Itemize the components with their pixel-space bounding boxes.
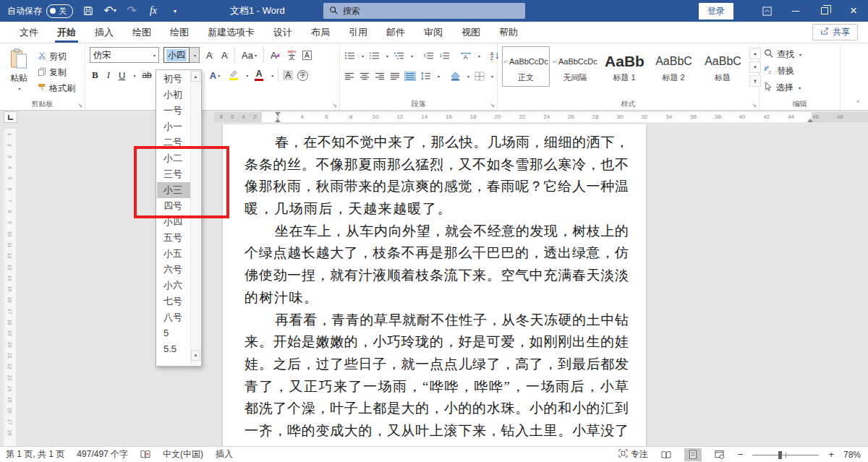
font-size-option[interactable]: 小一 [157, 119, 190, 134]
search-input[interactable] [343, 6, 502, 16]
search-box[interactable] [323, 3, 525, 19]
replace-button[interactable]: bc 替换 [764, 64, 835, 77]
increase-indent-button[interactable] [439, 51, 450, 60]
align-right-button[interactable] [375, 72, 385, 80]
find-caret-icon[interactable]: ▾ [799, 52, 801, 57]
login-button[interactable]: 登录 [699, 3, 733, 20]
close-button[interactable]: × [839, 0, 868, 22]
undo-button[interactable]: ↶▾ [103, 4, 116, 18]
save-icon[interactable] [82, 4, 95, 18]
font-size-option[interactable]: 小初 [157, 87, 190, 103]
first-line-indent-marker[interactable] [275, 112, 281, 116]
shrink-font-button[interactable]: Aˇ [219, 50, 230, 61]
ribbon-tab[interactable]: 绘图 [161, 22, 198, 43]
ribbon-tab[interactable]: 邮件 [377, 22, 414, 43]
insert-function-icon[interactable]: fx [147, 4, 160, 18]
grow-font-button[interactable]: Aˆ [204, 50, 215, 61]
font-size-option[interactable]: 八号 [157, 309, 190, 325]
ribbon-tab[interactable]: 布局 [302, 22, 339, 43]
align-center-button[interactable] [359, 72, 370, 80]
paste-button[interactable]: 粘贴 ▾ [4, 47, 33, 98]
shading-caret-icon[interactable]: ▾ [467, 74, 469, 79]
character-shading-button[interactable]: A [283, 70, 293, 80]
select-caret-icon[interactable]: ▾ [799, 85, 801, 90]
share-button[interactable]: 共享 [812, 24, 858, 40]
ribbon-tab[interactable]: 设计 [264, 22, 302, 43]
language-indicator[interactable]: 中文(中国) [163, 448, 203, 461]
character-border-button[interactable]: A [302, 51, 312, 60]
ribbon-tab[interactable]: 审阅 [414, 22, 452, 43]
zoom-thumb[interactable] [778, 451, 782, 459]
autosave-toggle[interactable]: 自动保存 关 [7, 4, 73, 18]
scroll-down-icon[interactable]: ▼ [191, 350, 200, 361]
restore-button[interactable] [810, 0, 839, 22]
font-size-option[interactable]: 初号 [157, 71, 190, 87]
select-button[interactable]: 选择 ▾ [764, 81, 835, 94]
italic-button[interactable]: I [105, 69, 112, 81]
change-case-button[interactable]: Aa▾ [239, 50, 259, 61]
decrease-indent-button[interactable] [423, 51, 434, 60]
line-spacing-button[interactable] [420, 72, 431, 80]
hanging-indent-marker[interactable] [275, 119, 281, 122]
font-family-combo[interactable]: 仿宋 ▾ [90, 47, 159, 63]
strikethrough-button[interactable]: ab [140, 70, 153, 80]
font-size-option[interactable]: 六号 [157, 262, 190, 278]
customize-toolbar-caret-icon[interactable]: ▾ [169, 4, 182, 18]
right-indent-marker[interactable] [807, 119, 813, 122]
borders-caret-icon[interactable]: ▾ [491, 74, 493, 79]
bullets-button[interactable] [344, 51, 355, 60]
borders-button[interactable] [475, 72, 485, 81]
styles-dialog-launcher-icon[interactable]: ↘ [752, 102, 757, 108]
page-indicator[interactable]: 第 1 页, 共 1 页 [6, 448, 64, 461]
focus-mode-button[interactable]: 专注 [618, 448, 648, 461]
ribbon-tab[interactable]: 开始 [48, 22, 85, 43]
redo-button[interactable]: ↷ [125, 4, 138, 18]
font-size-option[interactable]: 小五 [157, 246, 190, 262]
autosave-switch[interactable]: 关 [46, 4, 73, 18]
style-card[interactable]: ↵AaBbCcDc 无间隔 [551, 46, 599, 87]
asian-layout-button[interactable]: A [460, 51, 472, 60]
zoom-percent[interactable]: 78% [843, 450, 861, 460]
font-dialog-launcher-icon[interactable]: ↘ [332, 102, 337, 108]
font-size-option[interactable]: 小六 [157, 278, 190, 294]
text-effects-button[interactable]: A▾ [208, 70, 222, 81]
clear-formatting-button[interactable]: A◢ [268, 50, 281, 61]
insert-mode-indicator[interactable]: 插入 [216, 448, 233, 461]
ribbon-display-options-icon[interactable] [752, 0, 781, 22]
distribute-button[interactable] [405, 72, 415, 80]
read-mode-button[interactable] [658, 448, 675, 461]
font-size-option[interactable]: 七号 [157, 294, 190, 309]
font-size-option[interactable]: 一号 [157, 103, 190, 119]
word-count[interactable]: 497/497 个字 [77, 448, 128, 461]
proofing-icon[interactable] [140, 450, 150, 459]
multilevel-list-button[interactable] [393, 51, 404, 60]
enclose-characters-button[interactable]: 字 [297, 70, 308, 81]
collapse-ribbon-icon[interactable]: ⌃ [855, 100, 861, 107]
ribbon-tab[interactable]: 新建选项卡 [198, 22, 264, 43]
font-color-caret-icon[interactable]: ▾ [271, 73, 273, 78]
multilevel-caret-icon[interactable]: ▾ [411, 54, 413, 59]
paste-caret-icon[interactable]: ▾ [18, 86, 20, 91]
cut-button[interactable]: 剪切 [38, 50, 75, 63]
style-card[interactable]: AaBb 标题 1 [600, 46, 648, 87]
print-layout-button[interactable] [684, 448, 702, 461]
scroll-up-icon[interactable]: ▲ [191, 71, 200, 82]
numbering-button[interactable] [369, 51, 380, 60]
shading-button[interactable] [450, 72, 461, 81]
highlight-caret-icon[interactable]: ▾ [246, 73, 248, 78]
minimize-button[interactable]: ─ [781, 0, 810, 22]
underline-button[interactable]: U [116, 70, 127, 81]
ribbon-tab[interactable]: 引用 [339, 22, 377, 43]
paragraph-dialog-launcher-icon[interactable]: ↘ [490, 102, 495, 108]
style-card[interactable]: ↵AaBbCcDc 正文 [502, 46, 550, 87]
document-page[interactable]: 春，在不知不觉中来了，那么快。几场雨，细细的洒下，像一条条的丝。不像那夏雨那么猛… [223, 124, 646, 446]
font-size-combo[interactable]: 小四 ▾ [163, 47, 200, 63]
copy-button[interactable]: 复制 [38, 66, 75, 79]
bold-button[interactable]: B [90, 69, 101, 81]
phonetic-guide-button[interactable]: wén文 [286, 49, 298, 61]
ribbon-tab[interactable]: 绘图 [123, 22, 161, 43]
ribbon-tab[interactable]: 文件 [10, 22, 48, 43]
undo-caret-icon[interactable]: ▾ [114, 8, 116, 14]
tab-selector[interactable] [4, 111, 17, 123]
numbering-caret-icon[interactable]: ▾ [386, 54, 388, 59]
